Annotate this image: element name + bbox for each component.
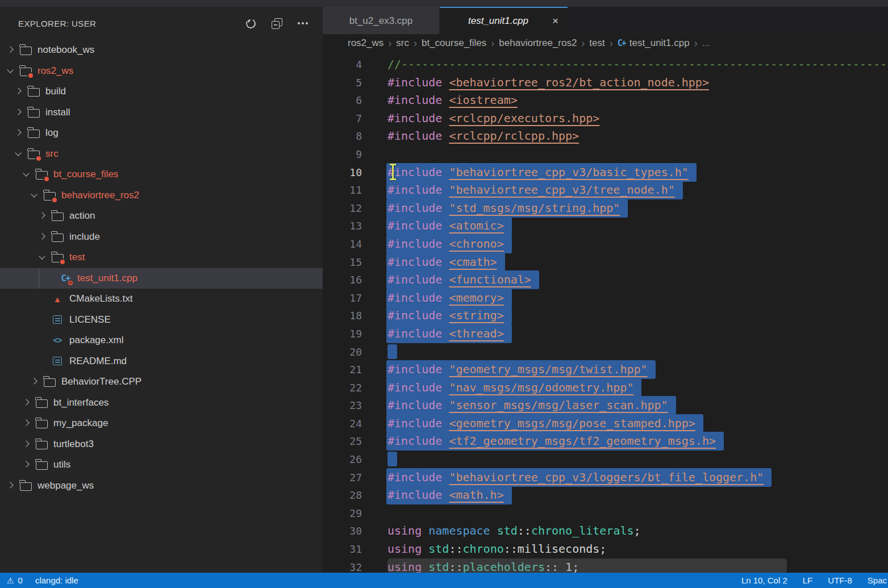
tree-item-BehaviorTree.CPP[interactable]: BehaviorTree.CPP <box>0 372 323 393</box>
code-line-23[interactable]: 23#include "sensor_msgs/msg/laser_scan.h… <box>323 397 888 415</box>
chevron-right-icon[interactable] <box>35 230 49 244</box>
folder-icon-wrap <box>43 376 56 387</box>
tree-item-install[interactable]: install <box>0 102 323 123</box>
chevron-right-icon[interactable] <box>19 416 33 430</box>
code-token: using <box>387 542 422 556</box>
code-line-16[interactable]: 16#include <functional> <box>323 271 888 289</box>
error-badge <box>43 176 50 182</box>
tab-bt_u2_ex3.cpp[interactable]: bt_u2_ex3.cpp <box>323 7 440 34</box>
chevron-right-icon[interactable] <box>11 106 25 119</box>
code-line-18[interactable]: 18#include <string> <box>323 307 888 325</box>
code-line-22[interactable]: 22#include "nav_msgs/msg/odometry.hpp" <box>323 379 888 397</box>
tree-item-include[interactable]: include <box>0 227 323 248</box>
problems-indicator[interactable]: ⚠ 0 <box>7 576 23 585</box>
line-content: #include <rclcpp/executors.hpp> <box>387 111 599 125</box>
code-line-13[interactable]: 13#include <atomic> <box>323 217 888 235</box>
chevron-right-icon[interactable] <box>11 126 25 140</box>
code-line-10[interactable]: 10#include "behaviortree_cpp_v3/basic_ty… <box>323 164 888 182</box>
code-token: #include <box>387 76 449 89</box>
tree-item-package.xml[interactable]: <>package.xml <box>0 330 323 351</box>
chevron-down-icon[interactable] <box>3 64 17 78</box>
code-token: #include <box>387 488 449 502</box>
status-item-lf[interactable]: LF <box>803 576 813 585</box>
breadcrumb-item-...[interactable]: ... <box>702 37 710 49</box>
tree-item-label: ros2_ws <box>37 65 73 77</box>
code-token: #include <box>387 381 449 394</box>
status-item-utf-8[interactable]: UTF-8 <box>828 576 852 585</box>
code-line-7[interactable]: 7#include <rclcpp/executors.hpp> <box>323 110 888 128</box>
chevron-right-icon[interactable] <box>19 458 33 472</box>
close-tab-icon[interactable]: × <box>552 15 558 27</box>
line-content: #include <chrono> <box>387 237 512 251</box>
chevron-down-icon[interactable] <box>19 168 33 181</box>
status-item-spac[interactable]: Spac <box>868 576 887 585</box>
tree-item-log[interactable]: log <box>0 123 323 144</box>
code-line-31[interactable]: 31using std::chrono::milliseconds; <box>323 540 888 558</box>
breadcrumb-item-behaviortree_ros2[interactable]: behaviortree_ros2 <box>499 37 577 49</box>
code-line-11[interactable]: 11#include "behaviortree_cpp_v3/tree_nod… <box>323 181 888 199</box>
tree-item-webpage_ws[interactable]: webpage_ws <box>0 476 323 497</box>
breadcrumb-item-ros2_ws[interactable]: ros2_ws <box>348 37 383 49</box>
more-actions-button[interactable] <box>295 16 310 31</box>
breadcrumb-item-bt_course_files[interactable]: bt_course_files <box>422 37 486 49</box>
tree-item-CMakeLists.txt[interactable]: ▲CMakeLists.txt <box>0 289 323 310</box>
tree-item-utils[interactable]: utils <box>0 454 323 476</box>
code-line-15[interactable]: 15#include <cmath> <box>323 253 888 272</box>
chevron-right-icon[interactable] <box>11 85 25 98</box>
tree-item-my_package[interactable]: my_package <box>0 413 323 434</box>
code-line-25[interactable]: 25#include <tf2_geometry_msgs/tf2_geomet… <box>323 432 888 451</box>
collapse-folders-button[interactable] <box>269 16 284 31</box>
code-line-30[interactable]: 30using namespace std::chrono_literals; <box>323 522 888 540</box>
code-line-8[interactable]: 8#include <rclcpp/rclcpp.hpp> <box>323 127 888 145</box>
chevron-down-icon[interactable] <box>35 251 49 264</box>
code-line-26[interactable]: 26 <box>323 451 888 469</box>
status-item-ln-10-col-2[interactable]: Ln 10, Col 2 <box>741 576 787 585</box>
chevron-right-icon[interactable] <box>19 437 33 451</box>
code-line-19[interactable]: 19#include <thread> <box>323 325 888 343</box>
tree-item-label: bt_interfaces <box>53 397 109 408</box>
tree-item-bt_course_files[interactable]: bt_course_files <box>0 164 323 185</box>
code-line-14[interactable]: 14#include <chrono> <box>323 235 888 253</box>
code-line-6[interactable]: 6#include <iostream> <box>323 91 888 110</box>
tree-item-notebook_ws[interactable]: notebook_ws <box>0 40 323 61</box>
code-editor[interactable]: 4//-------------------------------------… <box>323 52 888 573</box>
breadcrumb-item-test_unit1.cpp[interactable]: C+test_unit1.cpp <box>618 37 690 49</box>
chevron-right-icon[interactable] <box>3 43 17 57</box>
code-token: #include <box>387 93 449 107</box>
breadcrumb-item-test[interactable]: test <box>589 37 604 49</box>
tree-item-LICENSE[interactable]: LICENSE <box>0 310 323 331</box>
code-token: <memory> <box>449 291 503 305</box>
tree-item-ros2_ws[interactable]: ros2_ws <box>0 61 323 82</box>
tree-item-action[interactable]: action <box>0 206 323 227</box>
chevron-right-icon[interactable] <box>35 209 49 223</box>
chevron-down-icon[interactable] <box>27 189 41 202</box>
refresh-button[interactable] <box>243 16 258 31</box>
tree-item-test_unit1.cpp[interactable]: C+×test_unit1.cpp <box>0 268 323 289</box>
chevron-down-icon[interactable] <box>11 147 25 161</box>
tab-test_unit1.cpp[interactable]: test_unit1.cpp× <box>440 7 568 34</box>
tree-item-bt_interfaces[interactable]: bt_interfaces <box>0 393 323 414</box>
tree-item-test[interactable]: test <box>0 247 323 268</box>
tree-item-build[interactable]: build <box>0 81 323 102</box>
code-line-17[interactable]: 17#include <memory> <box>323 289 888 307</box>
code-line-4[interactable]: 4//-------------------------------------… <box>323 56 888 74</box>
code-line-5[interactable]: 5#include <behaviortree_ros2/bt_action_n… <box>323 74 888 92</box>
tree-item-behaviortree_ros2[interactable]: behaviortree_ros2 <box>0 185 323 206</box>
code-line-20[interactable]: 20 <box>323 343 888 361</box>
code-line-27[interactable]: 27#include "behaviortree_cpp_v3/loggers/… <box>323 469 888 487</box>
code-line-29[interactable]: 29 <box>323 504 888 523</box>
chevron-right-icon[interactable] <box>27 375 41 389</box>
tree-item-turtlebot3[interactable]: turtlebot3 <box>0 434 323 455</box>
breadcrumb-item-src[interactable]: src <box>396 37 409 49</box>
code-line-24[interactable]: 24#include <geometry_msgs/msg/pose_stamp… <box>323 415 888 433</box>
chevron-right-icon[interactable] <box>19 396 33 410</box>
code-line-9[interactable]: 9 <box>323 145 888 164</box>
tree-item-src[interactable]: src <box>0 144 323 165</box>
code-line-12[interactable]: 12#include "std_msgs/msg/string.hpp" <box>323 199 888 218</box>
code-line-21[interactable]: 21#include "geometry_msgs/msg/twist.hpp" <box>323 361 888 379</box>
code-line-28[interactable]: 28#include <math.h> <box>323 486 888 504</box>
language-server-status[interactable]: clangd: idle <box>35 576 78 585</box>
code-line-32[interactable]: 32using std::placeholders::_1; <box>323 558 888 573</box>
chevron-right-icon[interactable] <box>3 479 17 493</box>
tree-item-README.md[interactable]: README.md <box>0 351 323 372</box>
